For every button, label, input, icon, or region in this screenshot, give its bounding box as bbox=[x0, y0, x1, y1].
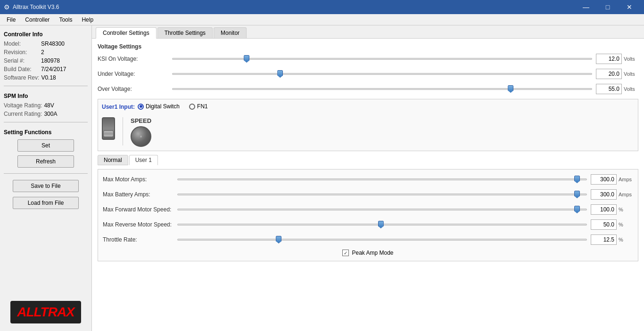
max-fwd-speed-value-box[interactable]: 100.0 bbox=[591, 204, 617, 215]
titlebar-left: ⚙ Alltrax Toolkit V3.6 bbox=[4, 3, 59, 11]
ksi-voltage-thumb[interactable] bbox=[244, 55, 249, 63]
radio-digital-switch-circle[interactable] bbox=[138, 104, 144, 110]
peak-amp-label: Peak Amp Mode bbox=[352, 250, 393, 256]
under-voltage-value-box[interactable]: 20.0 bbox=[596, 69, 622, 79]
minimize-button[interactable]: — bbox=[575, 0, 597, 14]
ksi-voltage-slider-container[interactable] bbox=[172, 54, 592, 64]
current-rating-label: Current Rating: bbox=[4, 111, 42, 117]
software-label: Software Rev: bbox=[4, 74, 39, 81]
app-icon: ⚙ bbox=[4, 3, 10, 11]
under-voltage-slider-container[interactable] bbox=[172, 69, 592, 79]
setting-functions-title: Setting Functions bbox=[4, 129, 88, 136]
settings-content-panel: Max Motor Amps: 300.0 Amps bbox=[98, 169, 638, 261]
max-fwd-speed-slider-container[interactable] bbox=[177, 205, 587, 214]
app-title: Alltrax Toolkit V3.6 bbox=[13, 4, 59, 10]
over-voltage-thumb[interactable] bbox=[508, 85, 513, 93]
toggle-switch[interactable] bbox=[102, 117, 115, 140]
peak-amp-mode-row: Peak Amp Mode bbox=[103, 250, 633, 256]
model-row: Model: SR48300 bbox=[4, 40, 88, 47]
throttle-rate-slider-container[interactable] bbox=[177, 235, 587, 244]
refresh-button[interactable]: Refresh bbox=[17, 155, 74, 168]
radio-fn1[interactable]: FN1 bbox=[189, 103, 208, 110]
max-rev-speed-value-box[interactable]: 50.0 bbox=[591, 219, 617, 230]
max-battery-amps-value-box[interactable]: 300.0 bbox=[591, 189, 617, 200]
menu-file[interactable]: File bbox=[2, 16, 20, 24]
serial-label: Serial #: bbox=[4, 57, 39, 64]
radio-fn1-label: FN1 bbox=[197, 103, 208, 110]
load-from-file-button[interactable]: Load from File bbox=[13, 197, 79, 209]
radio-digital-switch[interactable]: Digital Switch bbox=[138, 103, 180, 110]
user1-input-section: User1 Input: Digital Switch FN1 bbox=[98, 99, 638, 151]
under-voltage-thumb[interactable] bbox=[277, 70, 283, 78]
set-button[interactable]: Set bbox=[17, 139, 74, 152]
max-motor-amps-unit: Amps bbox=[619, 177, 632, 182]
voltage-rating-label: Voltage Rating: bbox=[4, 102, 42, 109]
divider-3 bbox=[4, 173, 88, 174]
sub-tab-user1[interactable]: User 1 bbox=[129, 155, 158, 165]
max-fwd-speed-value-container: 100.0 % bbox=[591, 204, 633, 215]
over-voltage-slider-container[interactable] bbox=[172, 84, 592, 94]
under-voltage-label: Under Voltage: bbox=[98, 71, 168, 77]
max-fwd-speed-value: 100.0 bbox=[600, 204, 614, 215]
sub-tab-normal[interactable]: Normal bbox=[98, 155, 128, 165]
window-controls: — □ ✕ bbox=[575, 0, 640, 14]
tab-throttle-settings[interactable]: Throttle Settings bbox=[157, 27, 213, 38]
throttle-rate-unit: % bbox=[619, 237, 632, 242]
max-rev-speed-value: 50.0 bbox=[603, 219, 614, 230]
content-area: Controller Settings Throttle Settings Mo… bbox=[92, 25, 644, 331]
max-motor-amps-slider-container[interactable] bbox=[177, 175, 587, 184]
save-to-file-button[interactable]: Save to File bbox=[13, 180, 79, 192]
max-battery-amps-label: Max Battery Amps: bbox=[103, 191, 173, 198]
user1-radio-group: Digital Switch FN1 bbox=[138, 103, 208, 110]
speed-dial[interactable] bbox=[131, 126, 151, 147]
spm-info-title: SPM Info bbox=[4, 93, 88, 99]
max-battery-amps-slider-container[interactable] bbox=[177, 190, 587, 199]
max-rev-speed-slider-container[interactable] bbox=[177, 220, 587, 229]
max-motor-amps-value-box[interactable]: 300.0 bbox=[591, 174, 617, 185]
max-fwd-speed-unit: % bbox=[619, 207, 632, 212]
revision-row: Revision: 2 bbox=[4, 49, 88, 56]
max-rev-speed-value-container: 50.0 % bbox=[591, 219, 633, 230]
speed-label: SPEED bbox=[131, 117, 151, 124]
voltage-rating-row: Voltage Rating: 48V bbox=[4, 102, 88, 109]
model-label: Model: bbox=[4, 40, 39, 47]
toggle-knob bbox=[103, 130, 114, 137]
max-rev-speed-thumb[interactable] bbox=[378, 221, 384, 228]
peak-amp-checkbox[interactable] bbox=[342, 250, 349, 256]
model-value: SR48300 bbox=[41, 40, 65, 47]
maximize-button[interactable]: □ bbox=[597, 0, 619, 14]
serial-row: Serial #: 180978 bbox=[4, 57, 88, 64]
serial-value: 180978 bbox=[41, 57, 60, 64]
divider-1 bbox=[4, 86, 88, 86]
max-battery-amps-thumb[interactable] bbox=[574, 191, 580, 198]
ksi-voltage-value: 12.0 bbox=[609, 54, 619, 64]
menu-controller[interactable]: Controller bbox=[20, 16, 54, 24]
ksi-voltage-value-box[interactable]: 12.0 bbox=[596, 54, 622, 64]
over-voltage-value-box[interactable]: 55.0 bbox=[596, 84, 622, 94]
menubar: File Controller Tools Help bbox=[0, 14, 644, 25]
logo-area: ALLTRAX bbox=[4, 297, 88, 327]
main-layout: Controller Info Model: SR48300 Revision:… bbox=[0, 25, 644, 331]
under-voltage-row: Under Voltage: 20.0 Volts bbox=[98, 69, 638, 79]
tab-controller-settings[interactable]: Controller Settings bbox=[96, 27, 157, 39]
software-value: V0.18 bbox=[41, 74, 56, 81]
close-button[interactable]: ✕ bbox=[619, 0, 640, 14]
max-rev-speed-row: Max Reverse Motor Speed: 50.0 % bbox=[103, 219, 633, 230]
build-label: Build Date: bbox=[4, 66, 39, 73]
max-motor-amps-thumb[interactable] bbox=[574, 176, 580, 183]
throttle-rate-value-box[interactable]: 12.5 bbox=[591, 234, 617, 245]
revision-value: 2 bbox=[41, 49, 44, 56]
current-rating-value: 300A bbox=[44, 111, 57, 117]
throttle-rate-thumb[interactable] bbox=[276, 236, 281, 243]
menu-tools[interactable]: Tools bbox=[54, 16, 77, 24]
max-motor-amps-track bbox=[177, 178, 587, 180]
menu-help[interactable]: Help bbox=[77, 16, 98, 24]
radio-fn1-circle[interactable] bbox=[189, 104, 195, 110]
throttle-rate-value-container: 12.5 % bbox=[591, 234, 633, 245]
build-value: 7/24/2017 bbox=[41, 66, 66, 73]
build-row: Build Date: 7/24/2017 bbox=[4, 66, 88, 73]
main-tabs: Controller Settings Throttle Settings Mo… bbox=[92, 25, 644, 39]
tab-monitor[interactable]: Monitor bbox=[214, 27, 247, 38]
max-fwd-speed-thumb[interactable] bbox=[574, 206, 580, 213]
voltage-settings-title: Voltage Settings bbox=[98, 43, 638, 50]
